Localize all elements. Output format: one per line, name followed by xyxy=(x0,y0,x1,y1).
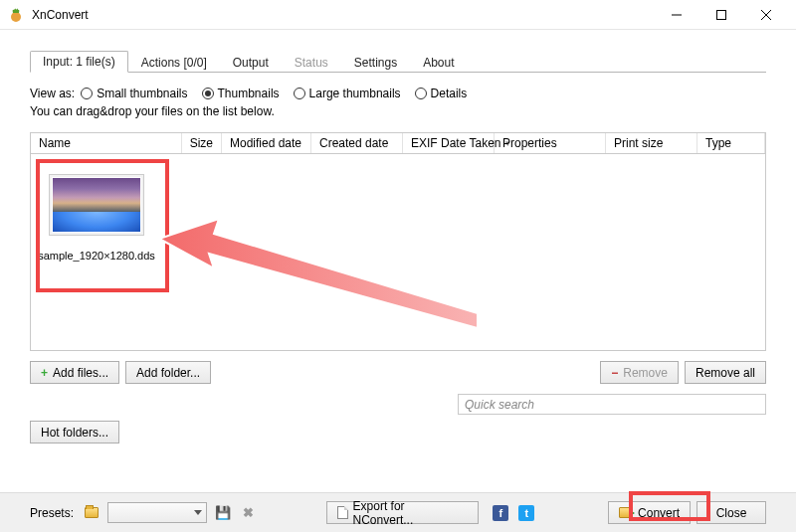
radio-large-thumbnails[interactable]: Large thumbnails xyxy=(294,87,401,100)
svg-rect-2 xyxy=(716,10,725,19)
thumbnail-image[interactable] xyxy=(49,174,144,236)
radio-details[interactable]: Details xyxy=(415,87,468,100)
delete-icon: ✖ xyxy=(243,505,254,520)
col-created[interactable]: Created date xyxy=(311,133,403,153)
presets-dropdown[interactable] xyxy=(107,502,207,523)
presets-label: Presets: xyxy=(30,506,74,520)
minus-icon: − xyxy=(611,366,618,380)
col-properties[interactable]: Properties xyxy=(495,133,606,153)
col-type[interactable]: Type xyxy=(697,133,765,153)
document-icon xyxy=(337,506,348,519)
col-modified[interactable]: Modified date xyxy=(222,133,311,153)
col-size[interactable]: Size xyxy=(182,133,222,153)
add-files-button[interactable]: +Add files... xyxy=(30,361,119,384)
main-tabs: Input: 1 file(s) Actions [0/0] Output St… xyxy=(30,50,766,73)
facebook-button[interactable]: f xyxy=(491,503,510,523)
convert-icon xyxy=(619,507,633,518)
tab-actions[interactable]: Actions [0/0] xyxy=(128,52,220,73)
twitter-icon: t xyxy=(518,505,534,521)
hot-folders-button[interactable]: Hot folders... xyxy=(30,421,119,443)
tab-about[interactable]: About xyxy=(410,52,467,73)
tab-status[interactable]: Status xyxy=(282,52,341,73)
file-thumbnail-item[interactable]: sample_1920×1280.dds xyxy=(33,162,160,262)
maximize-button[interactable] xyxy=(698,0,743,30)
remove-all-button[interactable]: Remove all xyxy=(685,361,766,384)
titlebar: XnConvert xyxy=(0,0,796,30)
plus-icon: + xyxy=(41,366,48,380)
svg-point-0 xyxy=(11,12,21,22)
col-name[interactable]: Name xyxy=(31,133,182,153)
file-list-body[interactable]: sample_1920×1280.dds xyxy=(30,154,766,351)
save-preset-button[interactable]: 💾 xyxy=(213,503,233,523)
chevron-down-icon xyxy=(194,510,202,515)
delete-preset-button[interactable]: ✖ xyxy=(239,503,259,523)
quick-search-input[interactable] xyxy=(458,394,766,415)
app-icon xyxy=(8,7,24,23)
export-nconvert-button[interactable]: Export for NConvert... xyxy=(326,501,480,524)
radio-thumbnails[interactable]: Thumbnails xyxy=(202,87,280,100)
drag-drop-hint: You can drag&drop your files on the list… xyxy=(30,104,766,118)
save-icon: 💾 xyxy=(215,505,231,520)
presets-folder-icon[interactable] xyxy=(82,503,101,523)
add-folder-button[interactable]: Add folder... xyxy=(125,361,211,384)
tab-output[interactable]: Output xyxy=(220,52,282,73)
col-print[interactable]: Print size xyxy=(606,133,697,153)
tab-settings[interactable]: Settings xyxy=(341,52,410,73)
close-button[interactable]: Close xyxy=(696,501,766,524)
minimize-button[interactable] xyxy=(654,0,698,30)
radio-small-thumbnails[interactable]: Small thumbnails xyxy=(81,87,187,100)
thumbnail-filename: sample_1920×1280.dds xyxy=(33,250,160,262)
col-exif[interactable]: EXIF Date Taken▾ xyxy=(403,133,495,153)
tab-input[interactable]: Input: 1 file(s) xyxy=(30,51,128,73)
file-list-header: Name Size Modified date Created date EXI… xyxy=(30,132,766,154)
window-title: XnConvert xyxy=(32,8,89,22)
footer-bar: Presets: 💾 ✖ Export for NConvert... f t … xyxy=(0,492,796,532)
twitter-button[interactable]: t xyxy=(516,503,536,523)
close-window-button[interactable] xyxy=(743,0,788,30)
remove-button[interactable]: −Remove xyxy=(600,361,679,384)
facebook-icon: f xyxy=(493,505,508,521)
convert-button[interactable]: Convert xyxy=(608,501,691,524)
view-as-label: View as: xyxy=(30,87,75,100)
